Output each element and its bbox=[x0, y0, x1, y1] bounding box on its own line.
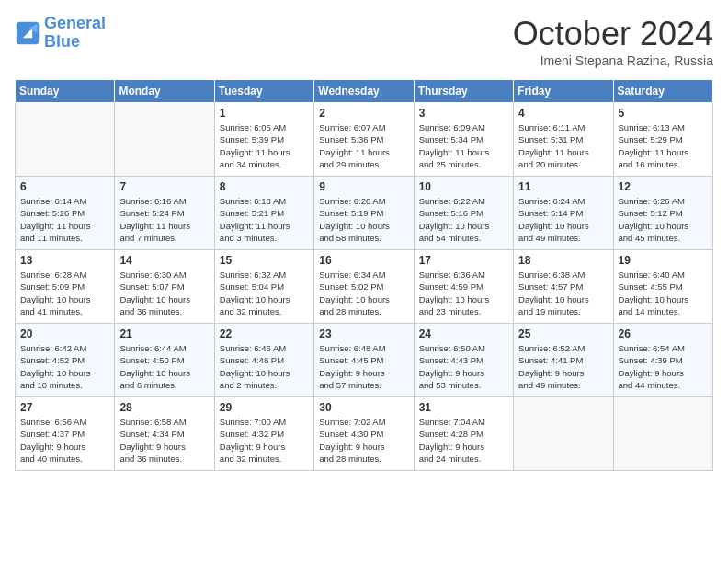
calendar-cell: 11Sunrise: 6:24 AM Sunset: 5:14 PM Dayli… bbox=[514, 177, 613, 250]
day-info: Sunrise: 6:16 AM Sunset: 5:24 PM Dayligh… bbox=[119, 195, 209, 244]
calendar-cell: 1Sunrise: 6:05 AM Sunset: 5:39 PM Daylig… bbox=[214, 103, 313, 177]
calendar-cell bbox=[16, 103, 115, 177]
day-info: Sunrise: 6:58 AM Sunset: 4:34 PM Dayligh… bbox=[119, 416, 209, 465]
day-number: 18 bbox=[518, 254, 608, 267]
day-number: 21 bbox=[119, 327, 209, 340]
weekday-header-saturday: Saturday bbox=[613, 80, 712, 103]
logo-icon bbox=[15, 20, 40, 46]
calendar-cell: 28Sunrise: 6:58 AM Sunset: 4:34 PM Dayli… bbox=[115, 397, 214, 471]
calendar-cell: 15Sunrise: 6:32 AM Sunset: 5:04 PM Dayli… bbox=[214, 250, 313, 324]
day-number: 26 bbox=[619, 327, 708, 340]
day-number: 1 bbox=[220, 107, 309, 120]
day-info: Sunrise: 6:54 AM Sunset: 4:39 PM Dayligh… bbox=[619, 342, 708, 391]
day-number: 4 bbox=[518, 107, 608, 120]
calendar-cell: 16Sunrise: 6:34 AM Sunset: 5:02 PM Dayli… bbox=[314, 250, 414, 324]
calendar-week-5: 27Sunrise: 6:56 AM Sunset: 4:37 PM Dayli… bbox=[16, 397, 713, 471]
calendar-week-4: 20Sunrise: 6:42 AM Sunset: 4:52 PM Dayli… bbox=[16, 324, 713, 397]
calendar-week-3: 13Sunrise: 6:28 AM Sunset: 5:09 PM Dayli… bbox=[16, 250, 713, 324]
calendar-cell: 18Sunrise: 6:38 AM Sunset: 4:57 PM Dayli… bbox=[514, 250, 613, 324]
day-number: 16 bbox=[319, 254, 408, 267]
day-info: Sunrise: 6:07 AM Sunset: 5:36 PM Dayligh… bbox=[319, 121, 408, 170]
day-info: Sunrise: 6:40 AM Sunset: 4:55 PM Dayligh… bbox=[619, 269, 708, 317]
day-number: 6 bbox=[20, 180, 109, 193]
day-number: 24 bbox=[419, 327, 508, 340]
day-info: Sunrise: 6:52 AM Sunset: 4:41 PM Dayligh… bbox=[518, 342, 608, 391]
day-info: Sunrise: 7:04 AM Sunset: 4:28 PM Dayligh… bbox=[419, 416, 508, 465]
logo: General Blue bbox=[15, 15, 106, 52]
day-number: 15 bbox=[220, 254, 309, 267]
day-number: 30 bbox=[319, 401, 408, 414]
day-info: Sunrise: 6:20 AM Sunset: 5:19 PM Dayligh… bbox=[319, 195, 408, 244]
calendar-cell: 14Sunrise: 6:30 AM Sunset: 5:07 PM Dayli… bbox=[115, 250, 214, 324]
calendar-cell: 17Sunrise: 6:36 AM Sunset: 4:59 PM Dayli… bbox=[414, 250, 513, 324]
day-info: Sunrise: 6:09 AM Sunset: 5:34 PM Dayligh… bbox=[419, 121, 508, 170]
logo-line2: Blue bbox=[44, 32, 80, 51]
calendar-cell: 20Sunrise: 6:42 AM Sunset: 4:52 PM Dayli… bbox=[16, 324, 115, 397]
day-info: Sunrise: 6:56 AM Sunset: 4:37 PM Dayligh… bbox=[20, 416, 109, 465]
day-number: 9 bbox=[319, 180, 408, 193]
calendar-cell: 10Sunrise: 6:22 AM Sunset: 5:16 PM Dayli… bbox=[414, 177, 513, 250]
day-info: Sunrise: 6:22 AM Sunset: 5:16 PM Dayligh… bbox=[419, 195, 508, 244]
day-number: 13 bbox=[20, 254, 109, 267]
weekday-header-row: SundayMondayTuesdayWednesdayThursdayFrid… bbox=[16, 80, 713, 103]
calendar-cell: 2Sunrise: 6:07 AM Sunset: 5:36 PM Daylig… bbox=[314, 103, 414, 177]
day-info: Sunrise: 6:24 AM Sunset: 5:14 PM Dayligh… bbox=[518, 195, 608, 244]
day-info: Sunrise: 6:50 AM Sunset: 4:43 PM Dayligh… bbox=[419, 342, 508, 391]
day-info: Sunrise: 6:32 AM Sunset: 5:04 PM Dayligh… bbox=[220, 269, 309, 317]
day-number: 17 bbox=[419, 254, 508, 267]
day-info: Sunrise: 6:11 AM Sunset: 5:31 PM Dayligh… bbox=[518, 121, 608, 170]
day-info: Sunrise: 6:26 AM Sunset: 5:12 PM Dayligh… bbox=[619, 195, 708, 244]
weekday-header-sunday: Sunday bbox=[16, 80, 115, 103]
calendar-cell bbox=[613, 397, 712, 471]
page-header: General Blue October 2024 Imeni Stepana … bbox=[15, 15, 713, 68]
day-number: 5 bbox=[619, 107, 708, 120]
day-info: Sunrise: 6:28 AM Sunset: 5:09 PM Dayligh… bbox=[20, 269, 109, 317]
calendar-cell: 4Sunrise: 6:11 AM Sunset: 5:31 PM Daylig… bbox=[514, 103, 613, 177]
calendar-cell: 3Sunrise: 6:09 AM Sunset: 5:34 PM Daylig… bbox=[414, 103, 513, 177]
day-number: 8 bbox=[220, 180, 309, 193]
calendar-cell: 27Sunrise: 6:56 AM Sunset: 4:37 PM Dayli… bbox=[16, 397, 115, 471]
calendar-cell bbox=[514, 397, 613, 471]
day-info: Sunrise: 6:34 AM Sunset: 5:02 PM Dayligh… bbox=[319, 269, 408, 317]
day-number: 27 bbox=[20, 401, 109, 414]
day-info: Sunrise: 6:38 AM Sunset: 4:57 PM Dayligh… bbox=[518, 269, 608, 317]
day-number: 31 bbox=[419, 401, 508, 414]
day-info: Sunrise: 6:48 AM Sunset: 4:45 PM Dayligh… bbox=[319, 342, 408, 391]
day-number: 11 bbox=[518, 180, 608, 193]
day-number: 28 bbox=[119, 401, 209, 414]
day-info: Sunrise: 7:00 AM Sunset: 4:32 PM Dayligh… bbox=[220, 416, 309, 465]
calendar-cell: 22Sunrise: 6:46 AM Sunset: 4:48 PM Dayli… bbox=[214, 324, 313, 397]
calendar-week-2: 6Sunrise: 6:14 AM Sunset: 5:26 PM Daylig… bbox=[16, 177, 713, 250]
day-info: Sunrise: 6:46 AM Sunset: 4:48 PM Dayligh… bbox=[220, 342, 309, 391]
day-number: 25 bbox=[518, 327, 608, 340]
logo-line1: General bbox=[44, 14, 106, 32]
calendar-cell: 25Sunrise: 6:52 AM Sunset: 4:41 PM Dayli… bbox=[514, 324, 613, 397]
day-number: 23 bbox=[319, 327, 408, 340]
calendar-cell bbox=[115, 103, 214, 177]
day-number: 20 bbox=[20, 327, 109, 340]
calendar-table: SundayMondayTuesdayWednesdayThursdayFrid… bbox=[15, 79, 713, 471]
calendar-cell: 8Sunrise: 6:18 AM Sunset: 5:21 PM Daylig… bbox=[214, 177, 313, 250]
logo-text: General Blue bbox=[44, 15, 106, 52]
weekday-header-tuesday: Tuesday bbox=[214, 80, 313, 103]
calendar-cell: 26Sunrise: 6:54 AM Sunset: 4:39 PM Dayli… bbox=[613, 324, 712, 397]
day-info: Sunrise: 6:14 AM Sunset: 5:26 PM Dayligh… bbox=[20, 195, 109, 244]
weekday-header-friday: Friday bbox=[514, 80, 613, 103]
day-info: Sunrise: 6:13 AM Sunset: 5:29 PM Dayligh… bbox=[619, 121, 708, 170]
calendar-cell: 23Sunrise: 6:48 AM Sunset: 4:45 PM Dayli… bbox=[314, 324, 414, 397]
day-number: 22 bbox=[220, 327, 309, 340]
day-number: 12 bbox=[619, 180, 708, 193]
calendar-cell: 29Sunrise: 7:00 AM Sunset: 4:32 PM Dayli… bbox=[214, 397, 313, 471]
calendar-cell: 7Sunrise: 6:16 AM Sunset: 5:24 PM Daylig… bbox=[115, 177, 214, 250]
day-info: Sunrise: 7:02 AM Sunset: 4:30 PM Dayligh… bbox=[319, 416, 408, 465]
weekday-header-thursday: Thursday bbox=[414, 80, 513, 103]
location-subtitle: Imeni Stepana Razina, Russia bbox=[513, 53, 713, 68]
month-title: October 2024 bbox=[513, 15, 713, 53]
calendar-cell: 21Sunrise: 6:44 AM Sunset: 4:50 PM Dayli… bbox=[115, 324, 214, 397]
calendar-cell: 31Sunrise: 7:04 AM Sunset: 4:28 PM Dayli… bbox=[414, 397, 513, 471]
day-number: 14 bbox=[119, 254, 209, 267]
calendar-cell: 13Sunrise: 6:28 AM Sunset: 5:09 PM Dayli… bbox=[16, 250, 115, 324]
calendar-cell: 30Sunrise: 7:02 AM Sunset: 4:30 PM Dayli… bbox=[314, 397, 414, 471]
day-info: Sunrise: 6:36 AM Sunset: 4:59 PM Dayligh… bbox=[419, 269, 508, 317]
day-info: Sunrise: 6:05 AM Sunset: 5:39 PM Dayligh… bbox=[220, 121, 309, 170]
